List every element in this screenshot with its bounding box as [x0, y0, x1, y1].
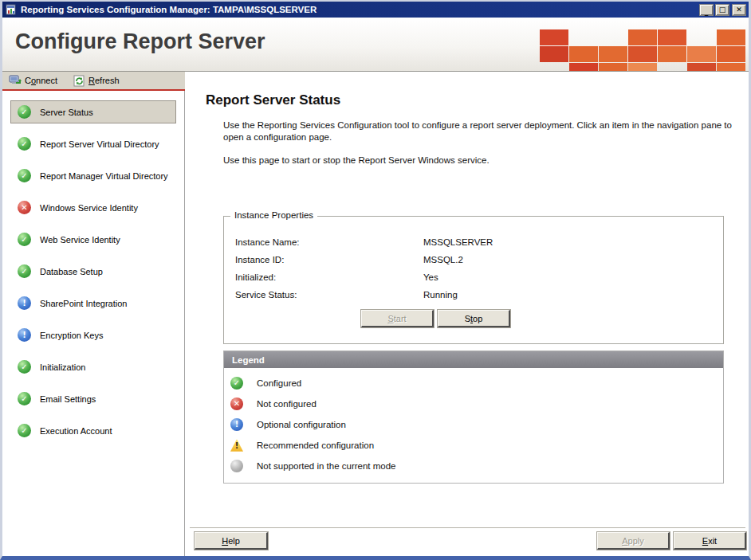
mosaic-tile: [569, 63, 598, 72]
groupbox-title: Instance Properties: [230, 210, 317, 220]
refresh-button[interactable]: Refresh: [73, 75, 120, 87]
property-row: Service Status: Running: [235, 290, 715, 300]
mosaic-tile: [540, 29, 568, 45]
instance-properties-group: Instance Properties Instance Name: MSSQL…: [223, 216, 724, 344]
refresh-icon: [73, 75, 85, 87]
app-icon: [6, 4, 17, 15]
legend-header: Legend: [224, 351, 723, 368]
property-row: Initialized: Yes: [235, 272, 715, 283]
legend-item: ! Optional configuration: [224, 414, 723, 435]
ok-status-icon: ✓: [18, 360, 31, 374]
legend-item-label: Not configured: [257, 399, 317, 409]
main-content: Report Server Status Use the Reporting S…: [185, 72, 749, 556]
property-value: MSSQLSERVER: [423, 237, 493, 248]
apply-button[interactable]: Apply: [597, 532, 670, 550]
property-label: Service Status:: [235, 290, 423, 300]
close-button[interactable]: ✕: [732, 4, 746, 16]
ok-status-icon: ✓: [18, 105, 31, 119]
mosaic-tile: [687, 46, 716, 62]
ok-status-icon: ✓: [18, 233, 31, 246]
mosaic-tile: [599, 63, 627, 72]
maximize-button[interactable]: □: [715, 4, 729, 16]
property-value: Running: [423, 290, 458, 300]
notsupported-status-icon: [230, 460, 243, 472]
legend-panel: Legend ✓ Configured ✕ Not configured !: [223, 350, 724, 484]
mosaic-tile: [717, 63, 745, 72]
ok-status-icon: ✓: [18, 424, 31, 437]
info-status-icon: !: [230, 418, 243, 431]
connect-icon: [9, 74, 22, 87]
footer-separator: [190, 527, 745, 528]
window-title-bar: Reporting Services Configuration Manager…: [2, 2, 749, 18]
legend-item-label: Configured: [257, 378, 301, 388]
sidebar-item[interactable]: ✕ Windows Service Identity: [10, 196, 176, 219]
page-heading: Report Server Status: [206, 92, 340, 108]
header-banner: Configure Report Server: [2, 18, 749, 72]
legend-item-label: Optional configuration: [257, 420, 346, 429]
connect-button[interactable]: Connect: [9, 74, 57, 87]
ok-status-icon: ✓: [230, 377, 243, 390]
sidebar-item[interactable]: ✓ Database Setup: [10, 260, 176, 283]
mosaic-decoration: [540, 29, 745, 72]
info-status-icon: !: [18, 328, 31, 342]
stop-button[interactable]: Stop: [438, 310, 510, 327]
minimize-button[interactable]: _: [699, 4, 714, 16]
mosaic-tile: [628, 63, 657, 72]
info-status-icon: !: [18, 296, 31, 310]
property-value: MSSQL.2: [423, 255, 463, 265]
mosaic-tile: [628, 46, 657, 62]
mosaic-tile: [569, 46, 598, 62]
intro-text-2: Use this page to start or stop the Repor…: [223, 155, 745, 166]
legend-item: Not supported in the current mode: [224, 456, 723, 476]
ok-status-icon: ✓: [18, 137, 31, 151]
sidebar-item[interactable]: ✓ Email Settings: [10, 387, 176, 410]
mosaic-tile: [687, 63, 716, 72]
legend-item-label: Not supported in the current mode: [257, 461, 396, 471]
legend-item: ✕ Not configured: [224, 394, 723, 414]
error-status-icon: ✕: [18, 201, 31, 214]
ok-status-icon: ✓: [18, 169, 31, 182]
page-title: Configure Report Server: [15, 29, 265, 54]
mosaic-tile: [717, 46, 745, 62]
property-row: Instance ID: MSSQL.2: [235, 255, 715, 265]
start-button[interactable]: Start: [361, 310, 434, 327]
help-button[interactable]: Help: [195, 532, 268, 550]
mosaic-tile: [628, 29, 657, 45]
sidebar-item[interactable]: ! Encryption Keys: [10, 323, 176, 347]
legend-item-label: Recommended configuration: [257, 441, 374, 450]
sidebar-item[interactable]: ✓ Web Service Identity: [10, 228, 176, 251]
mosaic-tile: [658, 29, 686, 45]
property-label: Instance Name:: [235, 237, 423, 248]
window-title: Reporting Services Configuration Manager…: [21, 5, 698, 14]
app-window: Reporting Services Configuration Manager…: [0, 0, 751, 560]
mosaic-tile: [540, 46, 568, 62]
sidebar-item[interactable]: ✓ Server Status: [10, 100, 176, 123]
property-value: Yes: [423, 272, 438, 283]
sidebar-item[interactable]: ✓ Initialization: [10, 355, 176, 378]
property-label: Instance ID:: [235, 255, 423, 265]
error-status-icon: ✕: [230, 397, 243, 410]
legend-item: ! Recommended configuration: [224, 435, 723, 456]
toolbar: Connect Refresh: [2, 72, 185, 91]
mosaic-tile: [717, 29, 745, 45]
ok-status-icon: ✓: [18, 392, 31, 405]
mosaic-tile: [658, 46, 686, 62]
warning-status-icon: !: [230, 439, 243, 452]
sidebar-item[interactable]: ✓ Report Manager Virtual Directory: [10, 164, 176, 187]
sidebar-item[interactable]: ! SharePoint Integration: [10, 292, 176, 315]
property-label: Initialized:: [235, 272, 423, 283]
intro-text-1: Use the Reporting Services Configuration…: [223, 119, 745, 143]
legend-item: ✓ Configured: [224, 373, 723, 394]
exit-button[interactable]: Exit: [674, 532, 746, 550]
mosaic-tile: [599, 46, 627, 62]
sidebar-item[interactable]: ✓ Execution Account: [10, 419, 176, 442]
ok-status-icon: ✓: [18, 264, 31, 278]
sidebar-item[interactable]: ✓ Report Server Virtual Directory: [10, 132, 176, 155]
navigation-pane: ✓ Server Status ✓ Report Server Virtual …: [2, 91, 185, 556]
property-row: Instance Name: MSSQLSERVER: [235, 237, 715, 248]
